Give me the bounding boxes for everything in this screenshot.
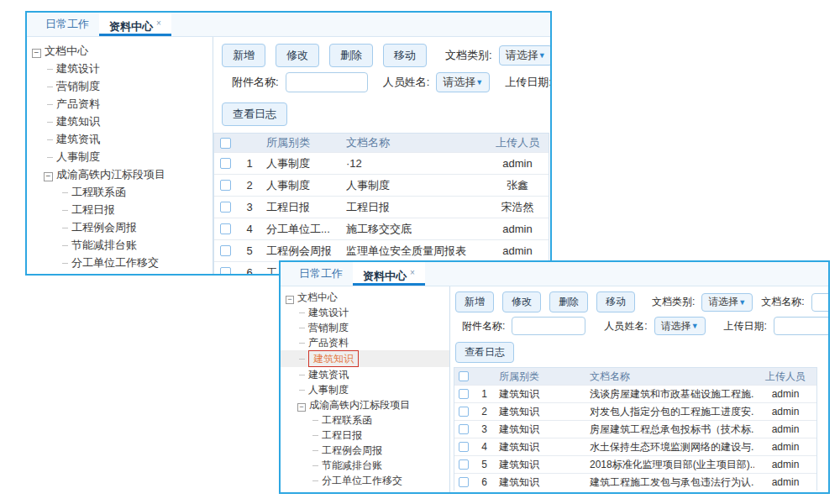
cell-category: 工程例会周报 (263, 244, 343, 259)
tree-node[interactable]: 节能减排台账 (27, 236, 213, 254)
row-checkbox[interactable] (459, 477, 469, 487)
row-checkbox[interactable] (220, 202, 231, 213)
row-checkbox[interactable] (220, 267, 231, 274)
upload-date-input[interactable] (774, 317, 828, 335)
edit-button[interactable]: 修改 (502, 291, 541, 312)
cell-doc-name[interactable]: 人事制度 (343, 178, 486, 193)
cell-category: 建筑知识 (496, 405, 586, 419)
tree-node[interactable]: 建筑资讯 (281, 367, 449, 382)
tree-node[interactable]: 分工单位工作移交 (27, 254, 213, 271)
delete-button[interactable]: 删除 (329, 44, 373, 67)
select-all-checkbox[interactable] (220, 138, 231, 149)
upload-date-label: 上传日期: (724, 319, 767, 333)
cell-doc-name[interactable]: 建筑工程施工发包与承包违法行为认... (586, 475, 754, 490)
row-checkbox[interactable] (220, 158, 231, 169)
row-checkbox[interactable] (459, 442, 469, 452)
table-header: 所属别类 文档名称 上传人员 (454, 368, 816, 385)
tree-node-root[interactable]: −文档中心 (281, 290, 449, 305)
tree-node[interactable]: 人事制度 (281, 382, 449, 397)
tree-node[interactable]: 人事制度 (27, 148, 213, 165)
table-row: 4建筑知识水土保持生态环境监测网络的建设与...admin (454, 438, 816, 455)
row-checkbox[interactable] (220, 223, 231, 234)
cell-doc-name[interactable]: 工程日报 (343, 200, 486, 215)
view-log-button[interactable]: 查看日志 (455, 342, 514, 363)
tree-node-project[interactable]: −成渝高铁内江标段项目 (27, 165, 213, 183)
row-checkbox[interactable] (459, 389, 469, 399)
move-button[interactable]: 移动 (596, 291, 635, 312)
row-checkbox[interactable] (459, 459, 469, 470)
doc-name-input[interactable] (811, 293, 828, 312)
tree-node[interactable]: 营销制度 (27, 77, 213, 95)
tree-node[interactable]: 建筑设计 (27, 60, 213, 77)
tree-node[interactable]: 工程例会周报 (281, 443, 449, 458)
table-row: 5建筑知识2018标准化监理项目部(业主项目部)...admin (454, 455, 816, 473)
row-index: 6 (473, 476, 496, 488)
tree-node[interactable]: 节能减排台账 (281, 458, 449, 473)
cell-uploader: admin (486, 244, 549, 257)
tree-node-project[interactable]: −成渝高铁内江标段项目 (281, 397, 449, 412)
close-tab-icon[interactable]: × (410, 268, 415, 277)
row-checkbox[interactable] (220, 180, 231, 191)
tab-data-center[interactable]: 资料中心× (99, 13, 171, 36)
filter-row: 附件名称: 人员姓名: 请选择▼ 上传日期: (232, 72, 550, 92)
row-checkbox[interactable] (459, 407, 469, 417)
collapse-icon[interactable]: − (286, 296, 294, 304)
tree-node-root[interactable]: −文档中心 (27, 42, 213, 60)
doc-category-select[interactable]: 请选择▼ (499, 45, 550, 66)
close-tab-icon[interactable]: × (156, 18, 161, 28)
tree-node[interactable]: 分工单位工作移交 (281, 473, 449, 488)
tree-node[interactable]: 营销制度 (281, 320, 449, 335)
delete-button[interactable]: 删除 (549, 291, 588, 312)
cell-doc-name[interactable]: 浅谈房屋建筑和市政基础设施工程施... (586, 387, 754, 402)
table-row: 1人事制度·12admin (214, 152, 549, 174)
tree-node-selected[interactable]: 建筑知识 (281, 350, 449, 367)
tab-daily-work[interactable]: 日常工作 (289, 262, 353, 286)
select-all-checkbox[interactable] (459, 371, 469, 381)
tree-node[interactable]: 建筑设计 (281, 305, 449, 320)
cell-doc-name[interactable]: 水土保持生态环境监测网络的建设与... (586, 440, 754, 454)
add-button[interactable]: 新增 (455, 291, 494, 312)
tree-node[interactable]: 工程例会周报 (27, 218, 213, 236)
collapse-icon[interactable]: − (32, 49, 41, 58)
row-checkbox[interactable] (459, 424, 469, 434)
person-name-select[interactable]: 请选择▼ (436, 72, 490, 92)
collapse-icon[interactable]: − (44, 172, 53, 181)
document-panel: 新增 修改 删除 移动 文档类别: 请选择▼ 附件名称: 人员姓名: 请选择▼ … (213, 37, 550, 274)
tree-node[interactable]: 建筑知识 (27, 113, 213, 130)
window-data-center-front: 日常工作 资料中心× −文档中心 建筑设计 营销制度 产品资料 建筑知识 建筑资… (279, 260, 830, 494)
chevron-down-icon: ▼ (475, 78, 483, 87)
row-checkbox[interactable] (220, 245, 231, 256)
attachment-name-input[interactable] (512, 317, 585, 335)
cell-doc-name[interactable]: 2018标准化监理项目部(业主项目部)... (586, 458, 754, 472)
tree-node[interactable]: 工程联系函 (27, 183, 213, 201)
edit-button[interactable]: 修改 (276, 44, 319, 67)
attachment-name-label: 附件名称: (232, 75, 279, 90)
doc-category-select[interactable]: 请选择▼ (701, 293, 753, 312)
row-index: 4 (473, 441, 496, 453)
view-log-button[interactable]: 查看日志 (222, 102, 287, 126)
person-name-select[interactable]: 请选择▼ (654, 317, 706, 335)
tree-node[interactable]: 工程联系函 (281, 412, 449, 428)
table-row: 2建筑知识对发包人指定分包的工程施工进度安...admin (454, 402, 816, 420)
header-uploader: 上传人员 (486, 135, 549, 150)
cell-doc-name[interactable]: 房屋建筑工程总承包投标书（技术标... (586, 423, 754, 437)
move-button[interactable]: 移动 (383, 44, 427, 67)
header-uploader: 上传人员 (754, 370, 816, 384)
cell-doc-name[interactable]: ·12 (343, 157, 486, 170)
tree-node[interactable]: 产品资料 (27, 95, 213, 113)
tree-node[interactable]: 工程日报 (281, 428, 449, 443)
header-category: 所属别类 (263, 135, 343, 150)
cell-doc-name[interactable]: 施工移交交底 (343, 222, 486, 237)
tree-node[interactable]: 工程日报 (27, 201, 213, 218)
row-index: 3 (473, 423, 496, 435)
cell-doc-name[interactable]: 监理单位安全质量周报表 (343, 244, 486, 259)
attachment-name-input[interactable] (286, 72, 368, 92)
filter-row: 附件名称: 人员姓名: 请选择▼ 上传日期: (462, 317, 828, 335)
tab-data-center[interactable]: 资料中心× (353, 262, 425, 286)
add-button[interactable]: 新增 (222, 44, 265, 67)
tree-node[interactable]: 建筑资讯 (27, 130, 213, 148)
cell-doc-name[interactable]: 对发包人指定分包的工程施工进度安... (586, 405, 754, 419)
tree-node[interactable]: 产品资料 (281, 335, 449, 350)
collapse-icon[interactable]: − (297, 403, 306, 412)
tab-daily-work[interactable]: 日常工作 (35, 13, 99, 36)
